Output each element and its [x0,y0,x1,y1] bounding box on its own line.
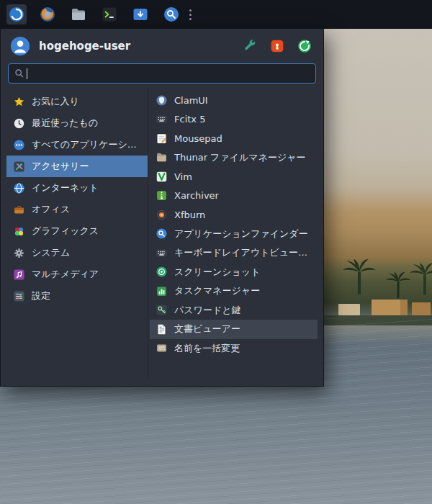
folder-icon [156,151,168,163]
app-vim[interactable]: Vim [150,167,318,186]
key-icon [156,304,168,316]
music-note-icon [13,269,25,281]
app-screenshot[interactable]: スクリーンショット [150,263,318,282]
category-accessories[interactable]: アクセサリー [6,156,148,177]
app-bulk-rename[interactable]: 名前を一括変更 [150,339,318,359]
terminal-launcher[interactable] [99,4,120,24]
palm-tree-icon [337,253,382,298]
tools-icon [13,161,25,173]
chart-bars-icon [156,285,168,297]
search-icon [14,68,25,79]
water-reflection [317,325,432,344]
settings-wrench-icon [243,39,257,53]
app-clamui[interactable]: ClamUI [150,91,318,110]
app-mousepad[interactable]: Mousepad [150,129,318,148]
username-label: hogehoge-user [39,40,231,53]
clock-icon [13,117,25,130]
whisker-menu-icon [8,6,25,23]
menu-header: hogehoge-user [1,29,323,62]
briefcase-icon [13,204,25,216]
logout-button[interactable] [295,37,313,55]
terminal-icon [101,6,118,23]
category-recently-used[interactable]: 最近使ったもの [6,112,148,134]
palm-tree-icon [405,258,432,298]
star-icon [13,96,25,108]
app-keyboard-layout-viewer[interactable]: キーボードレイアウトビューアー [150,243,318,263]
web-browser-icon [39,6,56,23]
camera-shutter-icon [156,266,168,278]
category-internet[interactable]: インターネット [6,177,148,199]
category-multimedia[interactable]: マルチメディア [6,264,148,285]
globe-icon [13,182,25,194]
disc-burn-icon [156,209,168,221]
panel-handle-dots[interactable] [189,14,192,16]
text-caret [27,68,27,79]
app-xarchiver[interactable]: Xarchiver [150,186,318,206]
lock-icon [270,39,284,53]
whisker-menu-popup: hogehoge-user お気に入り 最近使ったもの [0,29,324,387]
keyboard-icon [156,113,168,125]
rename-icon [156,342,168,354]
app-thunar-file-manager[interactable]: Thunar ファイルマネージャー [150,148,318,168]
search-box[interactable] [8,63,316,84]
graphics-icon [13,225,25,238]
shore-building [372,300,408,315]
app-fcitx5[interactable]: Fcitx 5 [150,110,318,130]
software-icon [132,6,149,23]
category-all-applications[interactable]: すべてのアプリケーション [6,134,148,156]
shore-building [412,302,431,315]
archive-icon [156,189,168,202]
shield-icon [156,94,168,107]
app-application-finder[interactable]: アプリケーションファインダー [150,225,318,244]
category-settings[interactable]: 設定 [6,285,148,307]
category-list: お気に入り 最近使ったもの すべてのアプリケーション アクセサリー インターネッ… [6,89,148,380]
document-icon [156,323,168,336]
application-list: ClamUI Fcitx 5 Mousepad Thunar ファイルマネージャ… [148,89,318,380]
search-input[interactable] [32,68,310,79]
app-task-manager[interactable]: タスクマネージャー [150,282,318,301]
user-avatar [9,35,31,57]
shore-building [338,304,360,315]
top-panel [0,0,432,29]
category-favorites[interactable]: お気に入り [6,91,148,112]
magnifier-icon [156,228,168,240]
menu-body: お気に入り 最近使ったもの すべてのアプリケーション アクセサリー インターネッ… [1,89,323,386]
category-system[interactable]: システム [6,242,148,264]
gear-icon [13,247,25,259]
app-finder-icon [163,6,180,23]
logout-icon [297,39,312,53]
category-graphics[interactable]: グラフィックス [6,220,148,242]
app-xfburn[interactable]: Xfburn [150,205,318,225]
vim-icon [156,171,168,183]
file-manager-launcher[interactable] [68,4,89,24]
web-browser-launcher[interactable] [37,4,58,24]
file-manager-icon [70,6,87,23]
category-office[interactable]: オフィス [6,199,148,220]
app-finder-launcher[interactable] [161,4,181,24]
sliders-icon [13,290,25,302]
app-passwords-and-keys[interactable]: パスワードと鍵 [150,301,318,320]
software-launcher[interactable] [130,4,150,24]
notepad-pencil-icon [156,132,168,145]
settings-button[interactable] [240,37,258,55]
keyboard-icon [156,247,168,259]
app-document-viewer[interactable]: 文書ビューアー [150,320,318,339]
lock-screen-button[interactable] [268,37,286,55]
all-apps-dots-icon [13,139,25,151]
whisker-menu-button[interactable] [6,4,27,24]
